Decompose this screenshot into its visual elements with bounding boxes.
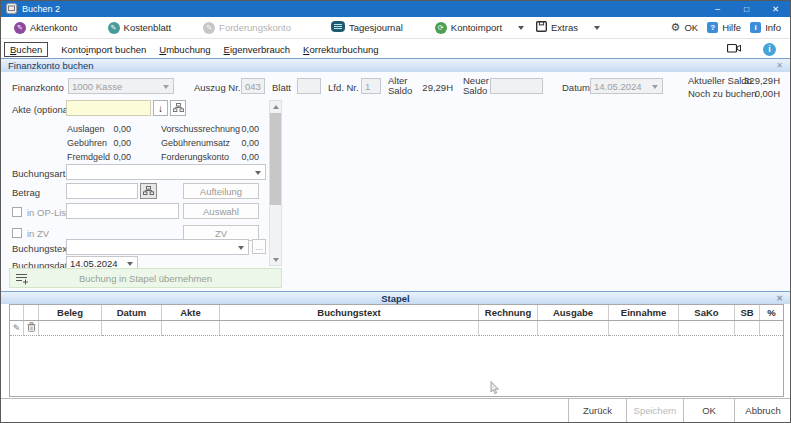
scrollbar-thumb[interactable]: [270, 113, 281, 205]
tab-kontoimport-pre: Konto: [61, 44, 86, 55]
stapel-col-sako: SaKo: [679, 305, 735, 320]
toolbar-forderungskonto-label: Forderungskonto: [219, 22, 291, 33]
toolbar-hilfe-label: Hilfe: [722, 22, 741, 33]
tab-buchen-post: uchen: [16, 44, 42, 55]
datum-value: 14.05.2024: [594, 81, 642, 92]
datum-select-arrow-icon: [652, 85, 658, 89]
buchungsart-label: Buchungsart: [12, 168, 65, 179]
betrag-hierarchy-button[interactable]: [140, 183, 157, 199]
toolbar-kontoimport-label: Kontoimport: [451, 22, 502, 33]
row-delete-cell[interactable]: [24, 321, 39, 336]
alter-saldo-label-line2: Saldo: [388, 85, 412, 96]
op-liste-checkbox[interactable]: [12, 207, 22, 217]
ok-button[interactable]: OK: [683, 399, 734, 422]
stapel-close-icon[interactable]: ✕: [776, 294, 783, 303]
op-liste-input[interactable]: [66, 203, 179, 219]
scroll-down-icon[interactable]: [270, 254, 281, 265]
buchungstext-select[interactable]: [66, 239, 249, 255]
stapel-col-edit: [10, 305, 24, 320]
toolbar-info-label: Info: [765, 22, 781, 33]
zv-checkbox[interactable]: [12, 228, 22, 238]
datum-label: Datum: [562, 82, 590, 93]
row-edit-cell[interactable]: ✎: [10, 321, 24, 336]
app-icon: [6, 3, 17, 16]
toolbar-aktenkonto[interactable]: ✎ Aktenkonto: [14, 22, 78, 34]
akte-hierarchy-button[interactable]: [170, 100, 186, 116]
stapel-col-beleg: Beleg: [39, 305, 102, 320]
abbruch-button[interactable]: Abbruch: [734, 399, 791, 422]
maximize-button[interactable]: □: [732, 1, 761, 17]
buchen-window: Buchen 2 – □ ✕ ✎ Aktenkonto ✎ Kostenblat…: [0, 0, 791, 423]
auswahl-button[interactable]: Auswahl: [183, 203, 259, 219]
akte-label: Akte (optional): [12, 104, 73, 115]
tab-bar: Buchen Kontoimport buchen Umbuchung Eige…: [1, 40, 790, 58]
betrag-label: Betrag: [12, 187, 40, 198]
row-akte-cell: [162, 321, 220, 336]
tab-korrektur-post: orrekturbuchung: [309, 44, 378, 55]
toolbar-forderungskonto: ✎ Forderungskonto: [203, 22, 291, 34]
finanzkonto-section-header: Finanzkonto buchen ✕: [1, 58, 790, 72]
aufteilung-button[interactable]: Aufteilung: [183, 183, 259, 199]
window-controls: – □ ✕: [703, 1, 790, 17]
vorschussrechnung-value: 0,00: [233, 124, 259, 134]
footer-bar: Zurück Speichern OK Abbruch: [1, 398, 790, 422]
tab-kontoimport-post: mport buchen: [88, 44, 146, 55]
buchung-uebernehmen-button[interactable]: Buchung in Stapel übernehmen: [9, 268, 282, 288]
stapel-empty-row: ✎: [10, 321, 783, 336]
tab-umbuchung[interactable]: Umbuchung: [159, 44, 210, 55]
zurueck-button[interactable]: Zurück: [568, 399, 626, 422]
tabrow-right-icons: i: [727, 43, 776, 56]
stapel-section-title: Stapel: [381, 293, 410, 304]
akte-input[interactable]: [66, 100, 151, 116]
finanzkonto-select-arrow-icon: [163, 85, 169, 89]
noch-zu-buchen-value: 0,00H: [721, 88, 780, 99]
betrag-input[interactable]: [66, 183, 138, 199]
tab-kontoimport-buchen[interactable]: Kontoimport buchen: [61, 44, 146, 55]
close-button[interactable]: ✕: [761, 1, 790, 17]
toolbar-kostenblatt[interactable]: ✎ Kostenblatt: [108, 22, 172, 34]
tab-buchen[interactable]: Buchen: [4, 42, 48, 57]
list-add-icon: [16, 273, 29, 287]
extras-dropdown-arrow-icon[interactable]: [594, 26, 600, 30]
toolbar-aktenkonto-label: Aktenkonto: [30, 22, 78, 33]
finanzkonto-body: Finanzkonto 1000 Kasse Auszug Nr. 043 Bl…: [1, 72, 790, 291]
pencil-icon: ✎: [13, 324, 21, 333]
tab-korrekturbuchung[interactable]: Korrekturbuchung: [303, 44, 379, 55]
toolbar-info[interactable]: i Info: [750, 22, 781, 33]
toolbar-tagesjournal[interactable]: Tagesjournal: [331, 21, 403, 34]
tab-eigenverbrauch[interactable]: Eigenverbrauch: [224, 44, 291, 55]
buchungsart-select[interactable]: [66, 164, 266, 180]
form-scrollbar[interactable]: [269, 100, 282, 266]
neuer-saldo-input[interactable]: [490, 78, 543, 94]
video-camera-icon[interactable]: [727, 43, 741, 55]
info-circle-icon[interactable]: i: [763, 43, 776, 56]
minimize-button[interactable]: –: [703, 1, 732, 17]
vorschussrechnung-label: Vorschussrechnung: [161, 124, 240, 134]
kontoimport-dropdown-arrow-icon[interactable]: [518, 26, 524, 30]
speichern-button: Speichern: [626, 399, 683, 422]
toolbar-hilfe[interactable]: ? Hilfe: [707, 22, 741, 33]
toolbar-ok[interactable]: ⚙ OK: [671, 22, 699, 33]
lfd-value: 1: [365, 81, 370, 92]
toolbar-ok-label: OK: [684, 22, 698, 33]
akte-down-arrow-button[interactable]: ↓: [153, 100, 168, 116]
finanzkonto-close-icon[interactable]: ✕: [776, 61, 783, 70]
blatt-input: [297, 78, 321, 94]
auslagen-value: 0,00: [99, 124, 131, 134]
lfd-label: Lfd. Nr.: [328, 82, 359, 93]
row-ausgabe-cell: [538, 321, 609, 336]
toolbar-kontoimport[interactable]: ⟳ Kontoimport: [435, 22, 502, 34]
row-rechnung-cell: [479, 321, 538, 336]
stapel-col-einnahme: Einnahme: [609, 305, 679, 320]
finanzkonto-select: 1000 Kasse: [68, 78, 174, 94]
toolbar-extras[interactable]: Extras: [536, 21, 578, 34]
window-title: Buchen 2: [22, 4, 60, 14]
gear-icon: ⚙: [671, 22, 681, 33]
kostenblatt-icon: ✎: [108, 22, 120, 34]
buchungstext-more-button[interactable]: ...: [252, 239, 266, 254]
row-einnahme-cell: [609, 321, 679, 336]
blatt-label: Blatt: [272, 82, 291, 93]
hierarchy-icon: [173, 103, 184, 114]
toolbar-right-group: ⚙ OK ? Hilfe i Info: [671, 22, 781, 33]
scroll-up-icon[interactable]: [270, 101, 281, 112]
